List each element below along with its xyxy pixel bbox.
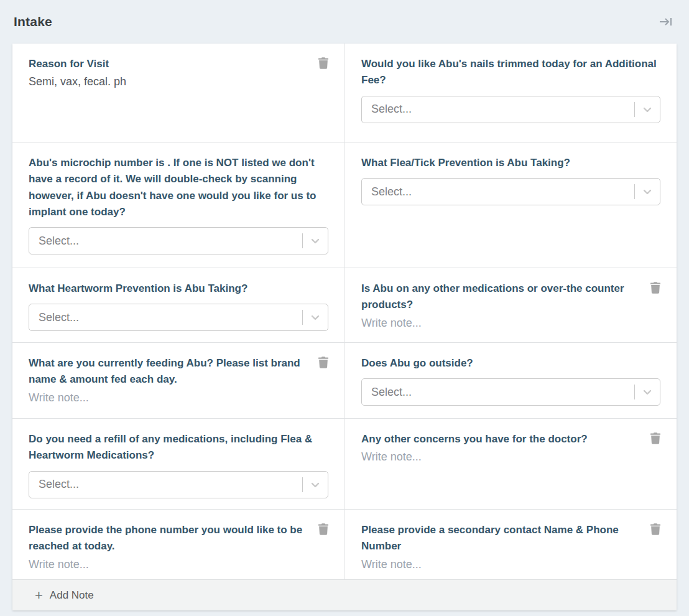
chevron-down-icon [635, 103, 660, 116]
chevron-down-icon [635, 185, 660, 198]
trash-icon [650, 286, 660, 296]
chevron-down-icon [303, 235, 328, 247]
question-label: What are you currently feeding Abu? Plea… [29, 355, 312, 388]
section-header: Intake [0, 0, 689, 44]
note-card-heartworm: What Heartworm Prevention is Abu Taking?… [12, 268, 344, 342]
answer-select[interactable]: Select... [29, 304, 328, 331]
answer-select[interactable]: Select... [361, 178, 660, 205]
answer-select[interactable]: Select... [361, 96, 660, 123]
note-text[interactable]: Semi, vax, fecal. ph [29, 73, 328, 90]
select-placeholder: Select... [29, 478, 302, 491]
note-card-nails-trimmed: Would you like Abu's nails trimmed today… [344, 44, 677, 142]
answer-select[interactable]: Select... [29, 471, 328, 498]
select-placeholder: Select... [29, 311, 302, 324]
delete-note-button[interactable] [318, 355, 328, 368]
question-label: Reason for Visit [29, 56, 312, 72]
note-input[interactable]: Write note... [361, 449, 660, 465]
select-placeholder: Select... [362, 185, 634, 198]
chevron-down-icon [303, 311, 328, 324]
trash-icon [318, 361, 328, 370]
add-note-label: Add Note [50, 589, 94, 602]
question-label: Abu's microchip number is . If one is NO… [29, 155, 328, 220]
delete-note-button[interactable] [650, 431, 660, 444]
delete-note-button[interactable] [650, 281, 660, 294]
add-note-button[interactable]: + Add Note [12, 589, 94, 602]
collapse-panel-button[interactable] [655, 12, 675, 31]
notes-grid: Reason for Visit Semi, vax, fecal. ph Wo… [12, 44, 677, 579]
chevron-down-icon [635, 386, 660, 398]
question-label: What Heartworm Prevention is Abu Taking? [29, 281, 328, 297]
note-card-feeding: What are you currently feeding Abu? Plea… [12, 342, 344, 418]
trash-icon [650, 437, 660, 446]
note-card-other-concerns: Any other concerns you have for the doct… [344, 418, 677, 509]
note-input[interactable]: Write note... [29, 390, 328, 406]
select-placeholder: Select... [362, 103, 634, 116]
arrow-to-bar-icon [658, 15, 673, 29]
note-input[interactable]: Write note... [361, 556, 660, 573]
question-label: Does Abu go outside? [361, 355, 660, 371]
trash-icon [318, 62, 328, 71]
trash-icon [318, 528, 328, 537]
note-card-refill: Do you need a refill of any medications,… [12, 418, 344, 509]
panel-footer: + Add Note [12, 579, 677, 610]
note-card-flea-tick: What Flea/Tick Prevention is Abu Taking?… [344, 142, 677, 268]
note-card-reason-for-visit: Reason for Visit Semi, vax, fecal. ph [12, 44, 344, 142]
plus-icon: + [35, 589, 43, 602]
trash-icon [650, 528, 660, 537]
note-input[interactable]: Write note... [361, 315, 660, 332]
note-card-microchip: Abu's microchip number is . If one is NO… [12, 142, 344, 268]
question-label: Any other concerns you have for the doct… [361, 431, 644, 447]
question-label: Is Abu on any other medications or over-… [361, 281, 644, 314]
question-label: Please provide the phone number you woul… [29, 522, 312, 555]
question-label: What Flea/Tick Prevention is Abu Taking? [361, 155, 660, 171]
delete-note-button[interactable] [318, 56, 328, 69]
note-card-go-outside: Does Abu go outside? Select... [344, 342, 677, 418]
note-card-secondary-contact: Please provide a secondary contact Name … [344, 509, 677, 579]
delete-note-button[interactable] [318, 522, 328, 535]
question-label: Would you like Abu's nails trimmed today… [361, 56, 660, 89]
note-input[interactable]: Write note... [29, 556, 328, 573]
answer-select[interactable]: Select... [361, 378, 660, 406]
select-placeholder: Select... [29, 235, 302, 248]
note-card-phone-number: Please provide the phone number you woul… [12, 509, 344, 579]
intake-notes-panel: Reason for Visit Semi, vax, fecal. ph Wo… [12, 44, 677, 610]
page-title: Intake [14, 14, 52, 29]
note-card-other-medications: Is Abu on any other medications or over-… [344, 268, 677, 342]
question-label: Please provide a secondary contact Name … [361, 522, 644, 555]
question-label: Do you need a refill of any medications,… [29, 431, 328, 464]
delete-note-button[interactable] [650, 522, 660, 535]
answer-select[interactable]: Select... [29, 227, 328, 254]
select-placeholder: Select... [362, 386, 634, 399]
chevron-down-icon [303, 478, 328, 491]
